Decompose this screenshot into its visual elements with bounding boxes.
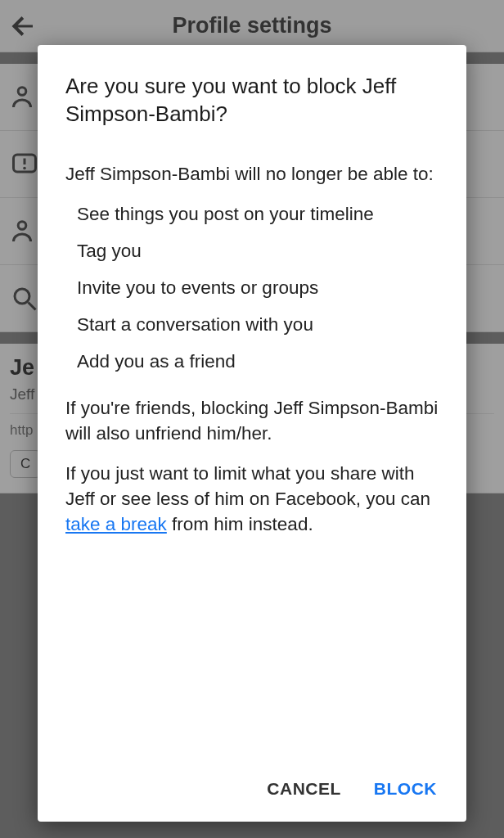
limit-note-prefix: If you just want to limit what you share… — [65, 463, 430, 509]
list-item: See things you post on your timeline — [77, 201, 443, 227]
list-item: Invite you to events or groups — [77, 275, 443, 300]
dialog-lead: Jeff Simpson-Bambi will no longer be abl… — [65, 161, 443, 187]
cancel-button[interactable]: CANCEL — [267, 779, 341, 799]
limit-note: If you just want to limit what you share… — [65, 461, 443, 537]
list-item: Start a conversation with you — [77, 312, 443, 337]
limit-note-suffix: from him instead. — [167, 514, 313, 534]
dialog-title: Are you sure you want to block Jeff Simp… — [65, 73, 443, 128]
dialog-body: Jeff Simpson-Bambi will no longer be abl… — [65, 161, 443, 769]
take-a-break-link[interactable]: take a break — [65, 514, 167, 534]
list-item: Add you as a friend — [77, 349, 443, 374]
block-button[interactable]: BLOCK — [374, 779, 437, 799]
block-confirm-dialog: Are you sure you want to block Jeff Simp… — [38, 45, 466, 822]
unfriend-note: If you're friends, blocking Jeff Simpson… — [65, 395, 443, 446]
dialog-actions: CANCEL BLOCK — [65, 769, 443, 805]
list-item: Tag you — [77, 238, 443, 264]
consequence-list: See things you post on your timeline Tag… — [65, 201, 443, 374]
